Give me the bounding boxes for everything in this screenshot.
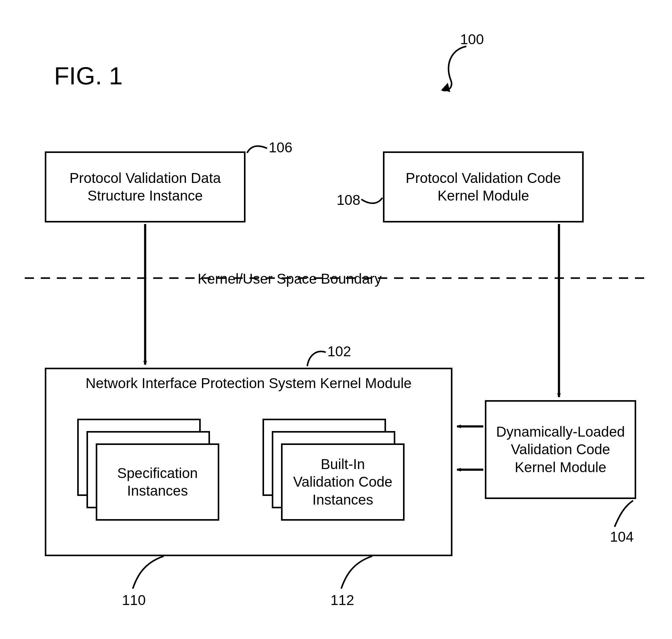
leader-112	[341, 556, 372, 589]
ref-106: 106	[269, 139, 292, 156]
box-protocol-validation-data-structure: Protocol Validation Data Structure Insta…	[45, 152, 245, 222]
leader-110	[133, 556, 164, 589]
card-specification-instance: Specification Instances	[96, 443, 219, 521]
stack-specification-instances: Specification Instances	[77, 419, 219, 524]
ref-110: 110	[122, 592, 146, 608]
ref-100: 100	[460, 31, 484, 48]
leader-106	[247, 146, 267, 153]
stack-builtin-validation-code: Built-In Validation Code Instances	[262, 419, 404, 524]
leader-104	[614, 501, 633, 527]
boundary-label: Kernel/User Space Boundary	[191, 270, 388, 287]
leader-102	[307, 351, 326, 366]
leader-108	[361, 198, 382, 203]
ref-104: 104	[610, 528, 634, 545]
figure-title: FIG. 1	[54, 62, 123, 90]
box-protocol-validation-code-kernel: Protocol Validation Code Kernel Module	[383, 152, 584, 222]
diagram-canvas: FIG. 1 100 Protocol Validation Data Stru…	[0, 0, 672, 639]
ref-108: 108	[337, 191, 361, 208]
card-builtin-validation-code: Built-In Validation Code Instances	[281, 443, 404, 521]
ref-102: 102	[327, 343, 351, 360]
leader-100	[442, 46, 466, 91]
ref-112: 112	[331, 592, 354, 608]
box-dynamically-loaded-validation-code: Dynamically-Loaded Validation Code Kerne…	[485, 400, 636, 499]
box-nips-title: Network Interface Protection System Kern…	[46, 375, 451, 391]
